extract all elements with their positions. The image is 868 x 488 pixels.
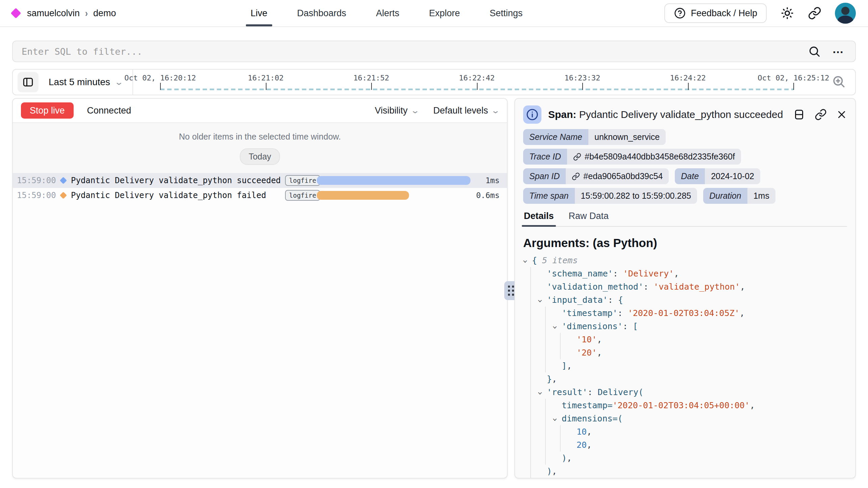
code-line: '20', <box>523 346 847 359</box>
code-token: 'Delivery' <box>623 269 674 278</box>
indent-guide <box>530 280 531 293</box>
feedback-help-button[interactable]: Feedback / Help <box>664 3 767 23</box>
more-options-button[interactable]: … <box>832 46 845 57</box>
code-token: '2020-01-02T03:04:05Z' <box>628 308 740 318</box>
visibility-label: Visibility <box>375 105 408 116</box>
sidebar-toggle-button[interactable] <box>18 72 39 92</box>
indent-guide <box>530 452 531 465</box>
indent-guide <box>545 359 546 372</box>
tab-raw-data[interactable]: Raw Data <box>568 208 610 226</box>
tab-label: Dashboards <box>297 8 347 19</box>
code-line: ⌄{ 5 items <box>523 254 847 267</box>
badge-value-text: unknown_service <box>594 132 660 142</box>
stop-live-button[interactable]: Stop live <box>21 102 74 119</box>
theme-toggle-button[interactable] <box>780 6 794 20</box>
span-diamond-icon <box>60 192 67 199</box>
code-line: 20, <box>523 438 847 452</box>
badge-label: Date <box>675 168 705 184</box>
code-token: '2020-01-02T03:04:05+00:00' <box>613 400 750 410</box>
badge-value: 15:59:00.282 to 15:59:00.285 <box>575 188 697 204</box>
collapse-chevron-icon[interactable]: ⌄ <box>537 293 542 306</box>
tab-explore[interactable]: Explore <box>429 0 460 26</box>
tab-dashboards[interactable]: Dashboards <box>297 0 347 26</box>
tab-settings[interactable]: Settings <box>490 0 523 26</box>
badge-time-span: Time span15:59:00.282 to 15:59:00.285 <box>523 188 697 204</box>
tab-details[interactable]: Details <box>523 208 555 226</box>
sun-icon <box>780 6 794 20</box>
code-token: 'validate_python' <box>654 282 740 292</box>
breadcrumb-org[interactable]: samuelcolvin <box>27 8 80 19</box>
visibility-dropdown[interactable]: Visibility ⌄ <box>375 105 418 116</box>
timeline-tick-label: 16:21:52 <box>353 74 389 82</box>
badge-value-text: #b4e5809a440dbb3458e68d2335fe360f <box>585 152 735 162</box>
indent-guide <box>545 333 546 346</box>
default-levels-dropdown[interactable]: Default levels ⌄ <box>433 105 499 116</box>
indent-guide <box>530 293 531 307</box>
indent-guide <box>545 425 546 438</box>
header-right: Feedback / Help <box>664 3 856 24</box>
indent-guide <box>530 399 531 412</box>
timeline-tick <box>371 83 372 90</box>
breadcrumb-project[interactable]: demo <box>93 8 116 19</box>
badge-value-text: 1ms <box>754 191 769 201</box>
code-token: , <box>740 308 745 318</box>
badge-value: unknown_service <box>588 129 666 145</box>
feedback-help-label: Feedback / Help <box>691 8 757 19</box>
badge-value: 2024-10-02 <box>705 168 760 184</box>
tab-live[interactable]: Live <box>251 0 267 26</box>
chevron-down-icon: ⌄ <box>410 106 419 115</box>
indent-guide <box>545 412 546 425</box>
code-token: , <box>587 427 592 437</box>
code-token: 'validation_method' <box>547 282 643 292</box>
live-logs-panel: Stop live Connected Visibility ⌄ Default… <box>12 98 508 479</box>
search-icon <box>808 45 821 58</box>
span-kind-label: Span: <box>548 109 576 120</box>
duration-label: 1ms <box>485 176 500 185</box>
log-row[interactable]: 15:59:00Pydantic Delivery validate_pytho… <box>13 188 507 203</box>
badge-value[interactable]: #eda9065a0bd39c54 <box>566 168 669 184</box>
code-token: ) <box>562 453 567 463</box>
collapse-chevron-icon[interactable]: ⌄ <box>552 411 557 424</box>
span-detail-panel: Span: Pydantic Delivery validate_python … <box>514 98 856 479</box>
logfire-tag: logfire <box>285 175 320 186</box>
indent-guide <box>530 320 531 333</box>
indent-guide <box>545 399 546 412</box>
code-line: 'schema_name': 'Delivery', <box>523 267 847 280</box>
code-token: : <box>643 282 654 292</box>
timeline[interactable]: Oct 02, 16:20:1216:21:0216:21:5216:22:42… <box>133 70 818 95</box>
expand-rows-button[interactable] <box>793 108 805 121</box>
tab-alerts[interactable]: Alerts <box>376 0 399 26</box>
search-button[interactable] <box>808 45 821 58</box>
badge-value-text: #eda9065a0bd39c54 <box>583 171 663 181</box>
timeline-tick <box>793 83 794 90</box>
timeline-zoom-button[interactable] <box>832 74 846 90</box>
log-row[interactable]: 15:59:00Pydantic Delivery validate_pytho… <box>13 173 507 188</box>
sql-filter-input[interactable] <box>13 46 808 57</box>
code-token: [ <box>633 321 638 331</box>
badge-value[interactable]: #b4e5809a440dbb3458e68d2335fe360f <box>567 149 741 165</box>
code-token: 'schema_name' <box>547 269 613 278</box>
share-link-button[interactable] <box>808 6 821 20</box>
user-avatar[interactable] <box>835 3 856 24</box>
logfire-logo-icon[interactable] <box>10 8 21 18</box>
indent-guide <box>530 438 531 452</box>
info-level-badge <box>523 105 541 124</box>
code-token: 'result' <box>547 387 587 397</box>
code-token: ( <box>618 414 623 423</box>
collapse-chevron-icon[interactable]: ⌄ <box>552 319 557 332</box>
badge-trace-id: Trace ID#b4e5809a440dbb3458e68d2335fe360… <box>523 149 741 165</box>
code-line: ⌄dimensions=( <box>523 412 847 425</box>
time-range-bar: Last 5 minutes ⌄ Oct 02, 16:20:1216:21:0… <box>12 69 856 95</box>
collapse-chevron-icon[interactable]: ⌄ <box>522 253 528 266</box>
copy-link-button[interactable] <box>815 108 827 121</box>
link-icon <box>573 153 581 161</box>
time-range-select[interactable]: Last 5 minutes ⌄ <box>49 77 122 88</box>
indent-guide <box>545 346 546 359</box>
indent-guide <box>560 425 561 438</box>
collapse-chevron-icon[interactable]: ⌄ <box>537 385 542 398</box>
close-panel-button[interactable] <box>836 109 847 120</box>
code-line: 10, <box>523 425 847 438</box>
timeline-tick <box>477 83 478 90</box>
tab-label: Explore <box>429 8 460 19</box>
link-icon <box>572 172 580 180</box>
